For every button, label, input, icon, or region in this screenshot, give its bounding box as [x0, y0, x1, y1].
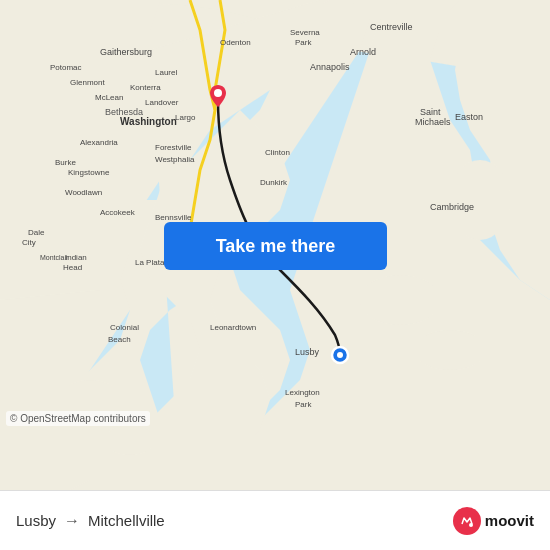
svg-text:Saint: Saint	[420, 107, 441, 117]
svg-point-56	[214, 89, 222, 97]
svg-text:Park: Park	[295, 400, 312, 409]
moovit-logo[interactable]: moovit	[453, 507, 534, 535]
svg-text:Burke: Burke	[55, 158, 76, 167]
svg-point-13	[450, 160, 510, 240]
svg-text:Alexandria: Alexandria	[80, 138, 118, 147]
svg-text:Glenmont: Glenmont	[70, 78, 105, 87]
svg-text:Severna: Severna	[290, 28, 320, 37]
svg-point-10	[105, 425, 155, 455]
svg-text:Largo: Largo	[175, 113, 196, 122]
svg-point-58	[337, 352, 343, 358]
svg-text:Annapolis: Annapolis	[310, 62, 350, 72]
svg-text:Washington: Washington	[120, 116, 177, 127]
route-info: Lusby → Mitchellville	[16, 512, 165, 530]
take-me-there-button[interactable]: Take me there	[164, 222, 387, 270]
svg-text:McLean: McLean	[95, 93, 123, 102]
svg-text:Odenton: Odenton	[220, 38, 251, 47]
copyright-text: © OpenStreetMap contributors	[6, 411, 150, 426]
svg-text:Beach: Beach	[108, 335, 131, 344]
svg-point-12	[415, 330, 485, 370]
map-container: Gaithersburg Laurel Konterra Odenton Sev…	[0, 0, 550, 490]
svg-text:Dale: Dale	[28, 228, 45, 237]
svg-text:Indian: Indian	[65, 253, 87, 262]
svg-text:Bennsville: Bennsville	[155, 213, 192, 222]
svg-text:Michaels: Michaels	[415, 117, 451, 127]
svg-text:Potomac: Potomac	[50, 63, 82, 72]
svg-text:Lusby: Lusby	[295, 347, 320, 357]
moovit-icon	[453, 507, 481, 535]
destination-label: Mitchellville	[88, 512, 165, 529]
svg-text:Kingstowne: Kingstowne	[68, 168, 110, 177]
svg-text:Colonial: Colonial	[110, 323, 139, 332]
svg-text:Konterra: Konterra	[130, 83, 161, 92]
svg-point-11	[360, 275, 440, 325]
svg-text:Clinton: Clinton	[265, 148, 290, 157]
svg-text:City: City	[22, 238, 36, 247]
moovit-text: moovit	[485, 512, 534, 529]
svg-point-60	[469, 523, 473, 527]
svg-text:Forestville: Forestville	[155, 143, 192, 152]
svg-text:Westphalia: Westphalia	[155, 155, 195, 164]
svg-text:Easton: Easton	[455, 112, 483, 122]
svg-text:Gaithersburg: Gaithersburg	[100, 47, 152, 57]
origin-label: Lusby	[16, 512, 56, 529]
svg-text:La Plata: La Plata	[135, 258, 165, 267]
arrow-icon: →	[64, 512, 80, 530]
bottom-bar: Lusby → Mitchellville moovit	[0, 490, 550, 550]
svg-text:Laurel: Laurel	[155, 68, 177, 77]
svg-text:Woodlawn: Woodlawn	[65, 188, 102, 197]
svg-text:Head: Head	[63, 263, 82, 272]
svg-text:Lexington: Lexington	[285, 388, 320, 397]
svg-text:Arnold: Arnold	[350, 47, 376, 57]
svg-text:Dunkirk: Dunkirk	[260, 178, 288, 187]
svg-text:Leonardtown: Leonardtown	[210, 323, 256, 332]
svg-text:Landover: Landover	[145, 98, 179, 107]
svg-text:Cambridge: Cambridge	[430, 202, 474, 212]
svg-text:Accokeek: Accokeek	[100, 208, 136, 217]
svg-text:Park: Park	[295, 38, 312, 47]
svg-text:Centreville: Centreville	[370, 22, 413, 32]
